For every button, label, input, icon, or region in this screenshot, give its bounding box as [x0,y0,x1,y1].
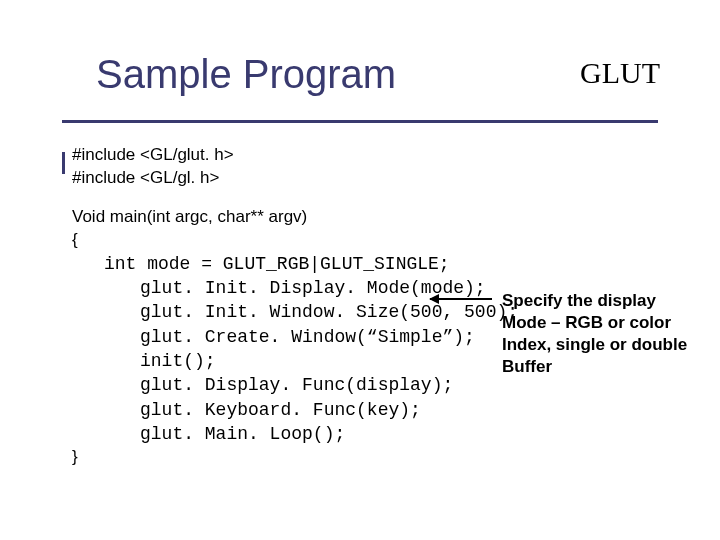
annotation-line: Specify the display [502,290,720,312]
slide-title: Sample Program [96,52,396,97]
slide: Sample Program GLUT #include <GL/glut. h… [0,0,720,540]
title-underline [62,120,658,123]
include-line: #include <GL/gl. h> [72,167,712,190]
code-line: glut. Keyboard. Func(key); [140,398,712,422]
spacer [72,190,712,206]
include-line: #include <GL/glut. h> [72,144,712,167]
func-signature: Void main(int argc, char** argv) [72,206,712,229]
title-tick [62,152,65,174]
annotation-line: Index, single or double [502,334,720,356]
brace-open: { [72,229,712,252]
annotation-line: Mode – RGB or color [502,312,720,334]
code-line: int mode = GLUT_RGB|GLUT_SINGLE; [104,252,712,276]
annotation-text: Specify the display Mode – RGB or color … [502,290,720,378]
annotation-line: Buffer [502,356,720,378]
brace-close: } [72,446,712,469]
code-line: glut. Main. Loop(); [140,422,712,446]
corner-label: GLUT [580,56,660,90]
annotation-arrow-icon [430,298,492,300]
